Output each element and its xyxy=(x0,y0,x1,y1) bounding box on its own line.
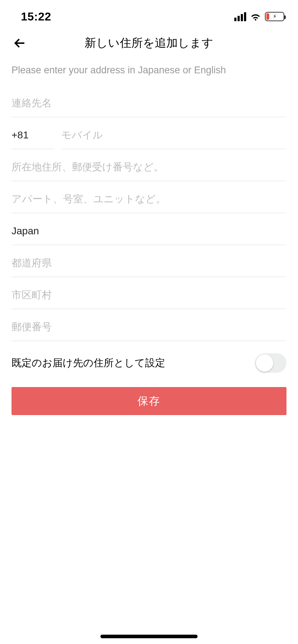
battery-icon: ⚡︎ xyxy=(265,12,284,21)
country-input[interactable] xyxy=(12,217,286,245)
city-input[interactable] xyxy=(12,281,286,309)
phone-row: +81 xyxy=(12,121,286,149)
default-address-toggle[interactable] xyxy=(255,353,286,373)
contact-name-input[interactable] xyxy=(12,89,286,117)
home-indicator[interactable] xyxy=(100,635,198,638)
postal-code-input[interactable] xyxy=(12,313,286,341)
apartment-input[interactable] xyxy=(12,185,286,213)
status-time: 15:22 xyxy=(21,10,51,23)
mobile-input[interactable] xyxy=(61,121,286,149)
arrow-left-icon xyxy=(13,36,27,50)
prefecture-input[interactable] xyxy=(12,249,286,277)
back-button[interactable] xyxy=(11,34,29,52)
save-button[interactable]: 保存 xyxy=(12,387,286,415)
default-address-row: 既定のお届け先の住所として設定 xyxy=(12,353,286,373)
wifi-icon xyxy=(250,11,261,22)
status-icons: ⚡︎ xyxy=(234,11,284,22)
page-title: 新しい住所を追加します xyxy=(0,35,298,51)
toggle-knob xyxy=(256,354,273,372)
default-address-label: 既定のお届け先の住所として設定 xyxy=(12,356,165,370)
instruction-text: Please enter your address in Japanese or… xyxy=(12,65,286,76)
nav-bar: 新しい住所を追加します xyxy=(0,29,298,58)
phone-country-code[interactable]: +81 xyxy=(12,121,55,149)
status-bar: 15:22 ⚡︎ xyxy=(0,0,298,29)
form-content: Please enter your address in Japanese or… xyxy=(0,65,298,415)
street-address-input[interactable] xyxy=(12,153,286,181)
cellular-icon xyxy=(234,12,246,21)
